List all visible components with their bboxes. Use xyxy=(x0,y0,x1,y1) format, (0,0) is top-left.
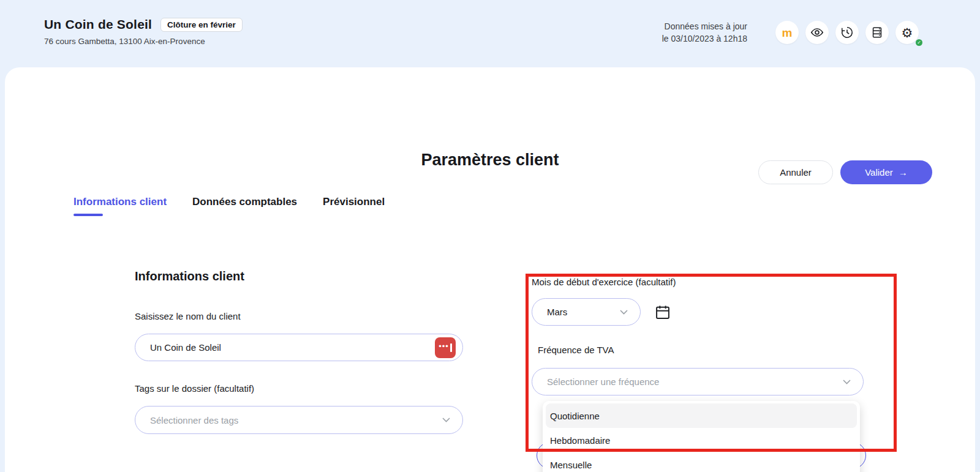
tab-previsionnel[interactable]: Prévisionnel xyxy=(323,196,385,208)
tags-label: Tags sur le dossier (facultatif) xyxy=(135,383,254,394)
tags-input[interactable] xyxy=(135,415,462,425)
client-address: 76 cours Gambetta, 13100 Aix-en-Provence xyxy=(44,37,243,46)
history-clock-icon xyxy=(840,26,854,39)
client-name-field: ••• xyxy=(135,334,463,361)
settings-tabs: Informations client Données comptables P… xyxy=(74,196,385,208)
active-tab-underline xyxy=(74,214,103,216)
brand-check-icon: ✓ xyxy=(916,39,922,46)
journal-button[interactable] xyxy=(865,21,889,44)
header-icon-bar: m ✓ ⚙ xyxy=(775,21,919,44)
calendar-icon xyxy=(654,304,671,321)
tva-frequency-dropdown-panel: Quotidienne Hebdomadaire Mensuelle Trime… xyxy=(543,401,860,472)
chevron-down-icon xyxy=(843,380,851,384)
password-manager-autofill-icon[interactable]: ••• xyxy=(435,337,456,358)
settings-gear-icon: ⚙ xyxy=(902,26,913,39)
fiscal-month-select[interactable] xyxy=(532,298,641,326)
brand-logo-button[interactable]: m ✓ xyxy=(775,21,799,44)
app-screen: Un Coin de Soleil Clôture en février 76 … xyxy=(0,0,980,472)
client-name-label: Saisissez le nom du client xyxy=(135,311,241,321)
history-button[interactable] xyxy=(835,21,859,44)
journal-icon xyxy=(870,26,884,39)
tags-select[interactable] xyxy=(135,406,463,434)
tva-frequency-select[interactable] xyxy=(532,368,864,395)
calendar-button[interactable] xyxy=(654,304,671,321)
closing-month-badge: Clôture en février xyxy=(160,18,243,32)
settings-button[interactable]: ⚙ xyxy=(895,21,919,44)
chevron-down-icon xyxy=(442,418,450,422)
header-client-block: Un Coin de Soleil Clôture en février 76 … xyxy=(44,17,243,46)
dropdown-option-mensuelle[interactable]: Mensuelle xyxy=(546,452,857,472)
dropdown-option-hebdomadaire[interactable]: Hebdomadaire xyxy=(546,428,857,452)
eye-icon xyxy=(810,26,824,39)
chevron-down-icon xyxy=(620,310,628,315)
validate-button[interactable]: Valider → xyxy=(840,160,932,184)
data-updated-text: Données mises à jour le 03/10/2023 à 12h… xyxy=(662,20,747,45)
arrow-right-icon: → xyxy=(899,167,908,178)
tab-informations-client[interactable]: Informations client xyxy=(74,196,167,208)
cancel-button[interactable]: Annuler xyxy=(758,160,833,184)
tva-frequency-input[interactable] xyxy=(532,376,863,387)
client-name: Un Coin de Soleil xyxy=(44,17,152,32)
dropdown-option-quotidienne[interactable]: Quotidienne xyxy=(546,403,857,428)
main-card: Paramètres client Annuler Valider → Info… xyxy=(5,67,975,472)
client-name-input[interactable] xyxy=(135,342,462,353)
eye-button[interactable] xyxy=(805,21,829,44)
brand-logo: m xyxy=(782,27,793,39)
tab-donnees-comptables[interactable]: Données comptables xyxy=(192,196,297,208)
tva-frequency-label: Fréquence de TVA xyxy=(538,345,614,355)
section-title-informations-client: Informations client xyxy=(135,269,244,283)
fiscal-month-label: Mois de début d'exercice (facultatif) xyxy=(532,277,676,287)
